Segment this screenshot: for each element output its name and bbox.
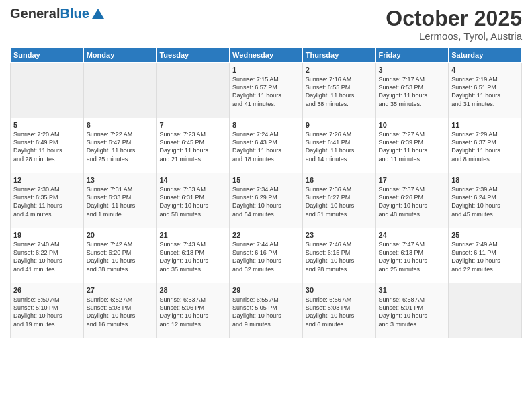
day-info: Sunrise: 7:16 AM Sunset: 6:55 PM Dayligh… xyxy=(306,75,373,108)
day-number: 26 xyxy=(13,286,81,294)
day-number: 6 xyxy=(87,121,154,129)
day-number: 11 xyxy=(451,121,519,129)
day-number: 15 xyxy=(232,176,300,184)
day-number: 14 xyxy=(159,176,226,184)
day-number: 23 xyxy=(306,231,373,239)
day-info: Sunrise: 7:37 AM Sunset: 6:26 PM Dayligh… xyxy=(379,185,446,218)
calendar-week-row: 5Sunrise: 7:20 AM Sunset: 6:49 PM Daylig… xyxy=(11,118,522,173)
table-row: 2Sunrise: 7:16 AM Sunset: 6:55 PM Daylig… xyxy=(302,63,375,118)
day-number: 18 xyxy=(451,176,519,184)
day-info: Sunrise: 7:39 AM Sunset: 6:24 PM Dayligh… xyxy=(451,185,519,218)
table-row xyxy=(157,63,230,118)
day-info: Sunrise: 6:56 AM Sunset: 5:03 PM Dayligh… xyxy=(306,295,373,328)
day-info: Sunrise: 7:24 AM Sunset: 6:43 PM Dayligh… xyxy=(232,130,300,163)
table-row xyxy=(11,63,84,118)
calendar-container: GeneralBlue October 2025 Lermoos, Tyrol,… xyxy=(0,0,532,342)
table-row: 9Sunrise: 7:26 AM Sunset: 6:41 PM Daylig… xyxy=(302,118,375,173)
title-block: October 2025 Lermoos, Tyrol, Austria xyxy=(386,7,522,42)
header-saturday: Saturday xyxy=(449,48,522,63)
header-friday: Friday xyxy=(375,48,449,63)
day-number: 8 xyxy=(232,121,300,129)
table-row: 12Sunrise: 7:30 AM Sunset: 6:35 PM Dayli… xyxy=(11,173,84,228)
day-info: Sunrise: 7:31 AM Sunset: 6:33 PM Dayligh… xyxy=(87,185,154,218)
day-number: 21 xyxy=(159,231,226,239)
table-row: 14Sunrise: 7:33 AM Sunset: 6:31 PM Dayli… xyxy=(157,173,230,228)
day-number: 2 xyxy=(306,66,373,74)
day-info: Sunrise: 7:36 AM Sunset: 6:27 PM Dayligh… xyxy=(306,185,373,218)
table-row: 18Sunrise: 7:39 AM Sunset: 6:24 PM Dayli… xyxy=(449,173,522,228)
table-row: 21Sunrise: 7:43 AM Sunset: 6:18 PM Dayli… xyxy=(157,228,230,283)
day-info: Sunrise: 7:49 AM Sunset: 6:11 PM Dayligh… xyxy=(451,240,519,273)
table-row: 20Sunrise: 7:42 AM Sunset: 6:20 PM Dayli… xyxy=(83,228,157,283)
day-info: Sunrise: 6:50 AM Sunset: 5:10 PM Dayligh… xyxy=(13,295,81,328)
table-row: 19Sunrise: 7:40 AM Sunset: 6:22 PM Dayli… xyxy=(11,228,84,283)
table-row: 16Sunrise: 7:36 AM Sunset: 6:27 PM Dayli… xyxy=(302,173,375,228)
day-number: 27 xyxy=(87,286,154,294)
table-row xyxy=(449,283,522,338)
day-number: 20 xyxy=(87,231,154,239)
day-info: Sunrise: 7:20 AM Sunset: 6:49 PM Dayligh… xyxy=(13,130,81,163)
logo-text: GeneralBlue xyxy=(10,7,89,20)
day-number: 29 xyxy=(232,286,300,294)
day-info: Sunrise: 6:55 AM Sunset: 5:05 PM Dayligh… xyxy=(232,295,300,328)
day-number: 4 xyxy=(451,66,519,74)
day-info: Sunrise: 6:58 AM Sunset: 5:01 PM Dayligh… xyxy=(379,295,446,328)
day-info: Sunrise: 7:33 AM Sunset: 6:31 PM Dayligh… xyxy=(159,185,226,218)
day-info: Sunrise: 7:26 AM Sunset: 6:41 PM Dayligh… xyxy=(306,130,373,163)
day-number: 13 xyxy=(87,176,154,184)
header-thursday: Thursday xyxy=(302,48,375,63)
day-number: 1 xyxy=(232,66,300,74)
table-row: 23Sunrise: 7:46 AM Sunset: 6:15 PM Dayli… xyxy=(302,228,375,283)
day-info: Sunrise: 7:15 AM Sunset: 6:57 PM Dayligh… xyxy=(232,75,300,108)
day-number: 12 xyxy=(13,176,81,184)
table-row: 30Sunrise: 6:56 AM Sunset: 5:03 PM Dayli… xyxy=(302,283,375,338)
table-row: 17Sunrise: 7:37 AM Sunset: 6:26 PM Dayli… xyxy=(375,173,449,228)
calendar-table: Sunday Monday Tuesday Wednesday Thursday… xyxy=(10,47,522,338)
day-info: Sunrise: 7:23 AM Sunset: 6:45 PM Dayligh… xyxy=(159,130,226,163)
table-row: 4Sunrise: 7:19 AM Sunset: 6:51 PM Daylig… xyxy=(449,63,522,118)
table-row: 31Sunrise: 6:58 AM Sunset: 5:01 PM Dayli… xyxy=(375,283,449,338)
logo: GeneralBlue xyxy=(10,7,104,20)
table-row: 28Sunrise: 6:53 AM Sunset: 5:06 PM Dayli… xyxy=(157,283,230,338)
day-number: 10 xyxy=(379,121,446,129)
table-row: 6Sunrise: 7:22 AM Sunset: 6:47 PM Daylig… xyxy=(83,118,157,173)
table-row: 24Sunrise: 7:47 AM Sunset: 6:13 PM Dayli… xyxy=(375,228,449,283)
table-row: 3Sunrise: 7:17 AM Sunset: 6:53 PM Daylig… xyxy=(375,63,449,118)
day-number: 9 xyxy=(306,121,373,129)
day-info: Sunrise: 7:44 AM Sunset: 6:16 PM Dayligh… xyxy=(232,240,300,273)
table-row xyxy=(83,63,157,118)
day-info: Sunrise: 7:27 AM Sunset: 6:39 PM Dayligh… xyxy=(379,130,446,163)
day-number: 16 xyxy=(306,176,373,184)
day-info: Sunrise: 7:29 AM Sunset: 6:37 PM Dayligh… xyxy=(451,130,519,163)
day-number: 31 xyxy=(379,286,446,294)
day-number: 19 xyxy=(13,231,81,239)
day-info: Sunrise: 7:34 AM Sunset: 6:29 PM Dayligh… xyxy=(232,185,300,218)
table-row: 8Sunrise: 7:24 AM Sunset: 6:43 PM Daylig… xyxy=(230,118,303,173)
table-row: 25Sunrise: 7:49 AM Sunset: 6:11 PM Dayli… xyxy=(449,228,522,283)
day-number: 25 xyxy=(451,231,519,239)
day-info: Sunrise: 7:17 AM Sunset: 6:53 PM Dayligh… xyxy=(379,75,446,108)
table-row: 15Sunrise: 7:34 AM Sunset: 6:29 PM Dayli… xyxy=(230,173,303,228)
day-info: Sunrise: 7:43 AM Sunset: 6:18 PM Dayligh… xyxy=(159,240,226,273)
day-info: Sunrise: 7:19 AM Sunset: 6:51 PM Dayligh… xyxy=(451,75,519,108)
day-number: 17 xyxy=(379,176,446,184)
calendar-week-row: 12Sunrise: 7:30 AM Sunset: 6:35 PM Dayli… xyxy=(11,173,522,228)
day-info: Sunrise: 7:46 AM Sunset: 6:15 PM Dayligh… xyxy=(306,240,373,273)
weekday-header-row: Sunday Monday Tuesday Wednesday Thursday… xyxy=(11,48,522,63)
calendar-week-row: 19Sunrise: 7:40 AM Sunset: 6:22 PM Dayli… xyxy=(11,228,522,283)
calendar-week-row: 26Sunrise: 6:50 AM Sunset: 5:10 PM Dayli… xyxy=(11,283,522,338)
table-row: 10Sunrise: 7:27 AM Sunset: 6:39 PM Dayli… xyxy=(375,118,449,173)
day-number: 5 xyxy=(13,121,81,129)
day-info: Sunrise: 7:42 AM Sunset: 6:20 PM Dayligh… xyxy=(87,240,154,273)
header-wednesday: Wednesday xyxy=(230,48,303,63)
day-info: Sunrise: 7:22 AM Sunset: 6:47 PM Dayligh… xyxy=(87,130,154,163)
table-row: 1Sunrise: 7:15 AM Sunset: 6:57 PM Daylig… xyxy=(230,63,303,118)
day-number: 7 xyxy=(159,121,226,129)
logo-triangle-icon xyxy=(92,9,104,19)
table-row: 26Sunrise: 6:50 AM Sunset: 5:10 PM Dayli… xyxy=(11,283,84,338)
day-number: 22 xyxy=(232,231,300,239)
table-row: 5Sunrise: 7:20 AM Sunset: 6:49 PM Daylig… xyxy=(11,118,84,173)
table-row: 7Sunrise: 7:23 AM Sunset: 6:45 PM Daylig… xyxy=(157,118,230,173)
header-tuesday: Tuesday xyxy=(157,48,230,63)
table-row: 29Sunrise: 6:55 AM Sunset: 5:05 PM Dayli… xyxy=(230,283,303,338)
